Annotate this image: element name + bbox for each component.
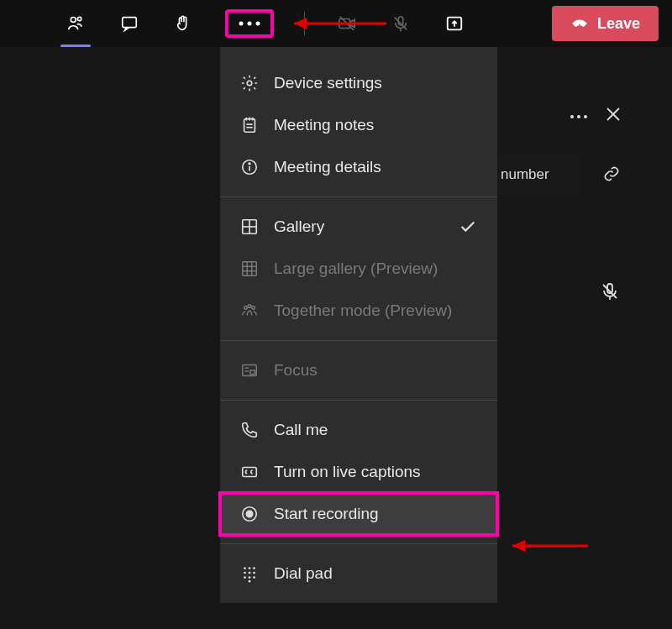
close-icon[interactable]: [606, 107, 620, 124]
svg-point-53: [249, 576, 251, 579]
svg-point-27: [249, 163, 250, 165]
menu-call-me[interactable]: Call me: [220, 409, 497, 451]
partial-number-chip: number: [497, 155, 581, 194]
camera-off-icon[interactable]: [335, 12, 359, 35]
toolbar-icons: [64, 9, 466, 38]
menu-label: Start recording: [274, 505, 379, 523]
svg-point-38: [252, 307, 255, 310]
menu-large-gallery: Large gallery (Preview): [220, 248, 497, 290]
menu-label: Turn on live captions: [274, 463, 421, 481]
info-icon: [240, 158, 259, 176]
more-actions-button[interactable]: [225, 9, 274, 38]
svg-point-48: [253, 567, 255, 569]
svg-point-5: [256, 22, 260, 26]
more-actions-menu: Device settings Meeting notes Meeting de…: [220, 47, 497, 603]
mic-off-icon[interactable]: [389, 12, 412, 35]
svg-point-47: [249, 567, 251, 569]
grid-3x3-icon: [240, 259, 259, 278]
menu-together-mode: Together mode (Preview): [220, 290, 497, 332]
menu-focus: Focus: [220, 349, 497, 391]
svg-point-45: [246, 511, 252, 516]
svg-rect-2: [123, 18, 137, 28]
svg-rect-19: [244, 119, 255, 133]
menu-live-captions[interactable]: Turn on live captions: [220, 451, 497, 493]
menu-gallery[interactable]: Gallery: [220, 206, 497, 248]
chat-icon[interactable]: [118, 12, 141, 35]
svg-point-11: [570, 115, 574, 118]
menu-label: Call me: [274, 421, 328, 439]
menu-label: Meeting notes: [274, 116, 374, 134]
focus-icon: [240, 361, 259, 380]
phone-icon: [240, 421, 259, 439]
svg-point-49: [244, 572, 246, 574]
dialpad-icon: [240, 564, 259, 583]
leave-button[interactable]: Leave: [552, 6, 659, 41]
leave-label: Leave: [597, 15, 640, 33]
meeting-toolbar: Leave: [0, 0, 672, 47]
menu-label: Device settings: [274, 74, 382, 92]
menu-label: Dial pad: [274, 564, 333, 583]
svg-point-52: [244, 576, 246, 579]
svg-point-0: [71, 17, 76, 22]
menu-label: Large gallery (Preview): [274, 259, 438, 278]
svg-rect-40: [250, 370, 255, 375]
menu-label: Meeting details: [274, 158, 381, 176]
link-icon[interactable]: [603, 165, 620, 186]
svg-point-55: [249, 580, 251, 583]
more-icon[interactable]: [570, 108, 588, 123]
panel-controls: [570, 107, 620, 124]
menu-label: Together mode (Preview): [274, 301, 452, 320]
svg-point-37: [248, 305, 251, 308]
svg-point-36: [244, 307, 248, 310]
record-icon: [240, 505, 259, 523]
grid-2x2-icon: [240, 218, 259, 236]
gear-icon: [240, 74, 259, 92]
svg-rect-31: [243, 262, 257, 276]
menu-meeting-notes[interactable]: Meeting notes: [220, 104, 497, 146]
svg-point-13: [584, 115, 587, 118]
notes-icon: [240, 116, 259, 134]
menu-start-recording[interactable]: Start recording: [220, 493, 497, 535]
participants-icon[interactable]: [64, 12, 87, 35]
svg-rect-43: [243, 468, 257, 477]
svg-point-50: [249, 572, 251, 574]
toolbar-separator: [304, 12, 305, 35]
svg-point-1: [77, 17, 81, 20]
menu-label: Gallery: [274, 218, 324, 236]
menu-meeting-details[interactable]: Meeting details: [220, 146, 497, 188]
menu-device-settings[interactable]: Device settings: [220, 62, 497, 104]
svg-point-18: [247, 81, 252, 86]
people-group-icon: [240, 301, 259, 320]
cc-icon: [240, 463, 259, 481]
raise-hand-icon[interactable]: [171, 12, 195, 35]
svg-point-46: [244, 567, 246, 569]
menu-separator: [220, 340, 497, 341]
checkmark-icon: [459, 218, 477, 236]
mic-muted-indicator: [600, 281, 620, 305]
share-screen-icon[interactable]: [443, 12, 466, 35]
menu-separator: [220, 400, 497, 401]
svg-point-12: [577, 115, 580, 118]
svg-point-54: [253, 576, 255, 579]
svg-point-3: [239, 22, 244, 26]
menu-dial-pad[interactable]: Dial pad: [220, 553, 497, 595]
menu-separator: [220, 543, 497, 544]
menu-separator: [220, 197, 497, 197]
svg-point-51: [253, 572, 255, 574]
menu-label: Focus: [274, 361, 318, 380]
svg-point-4: [248, 22, 252, 26]
